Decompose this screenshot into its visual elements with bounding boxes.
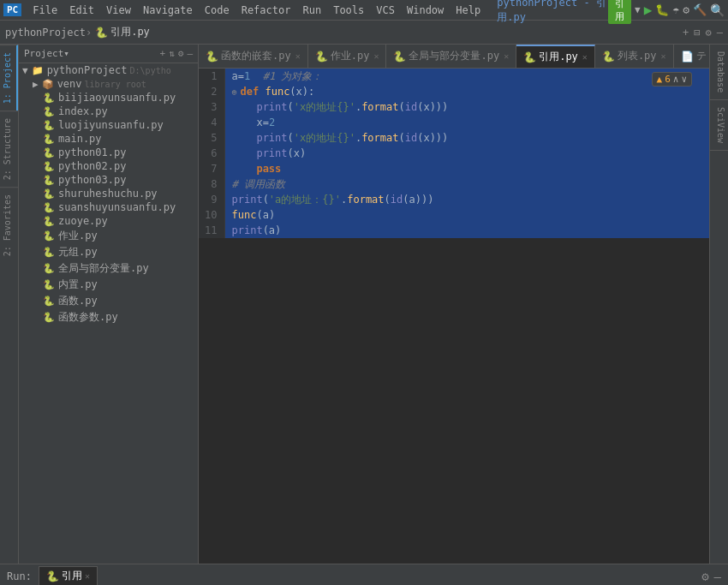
add-file-icon[interactable]: +: [683, 27, 689, 39]
warning-down-icon[interactable]: ∨: [681, 74, 687, 85]
line-num-1: 1: [199, 69, 224, 84]
tree-file-yuanzu[interactable]: 🐍 元组.py: [19, 244, 198, 260]
line-num-6: 6: [199, 146, 224, 161]
tab-close-quanju[interactable]: ✕: [504, 51, 509, 61]
tree-venv-type: library root: [85, 80, 146, 89]
line-num-2: 2: [199, 84, 224, 99]
menu-edit[interactable]: Edit: [63, 3, 100, 18]
tab-close-zuoye[interactable]: ✕: [373, 51, 379, 61]
collapse-icon[interactable]: ⊟: [694, 27, 700, 39]
minus-icon[interactable]: —: [717, 27, 723, 39]
tab-icon-hanshu: 🐍: [206, 51, 218, 63]
run-button[interactable]: 引用: [608, 0, 631, 24]
tree-file-py01-label: python01.py: [58, 146, 126, 158]
line-code-11[interactable]: print(a): [224, 223, 709, 238]
run-tab-yinyong[interactable]: 🐍 引用 ✕: [39, 566, 98, 585]
file-tree: Project▾ + ⇅ ⚙ — ▼ 📁 pythonProject D:\py…: [19, 45, 199, 564]
tree-file-main[interactable]: 🐍 main.py: [19, 132, 198, 146]
tree-file-py03[interactable]: 🐍 python03.py: [19, 173, 198, 187]
line-code-9[interactable]: print('a的地址：{}'.format(id(a))): [224, 192, 709, 207]
line-code-2[interactable]: ⊕def func(x):: [224, 84, 709, 99]
code-editor[interactable]: ▲ 6 ∧ ∨ 1 a=1 #1 为对象： 2 ⊕def func(x): 3: [199, 69, 709, 564]
filetree-title[interactable]: Project▾: [24, 48, 69, 59]
tree-file-luoji[interactable]: 🐍 luojiyunsuanfu.py: [19, 118, 198, 132]
bottom-panel: Run: 🐍 引用 ✕ ⚙ — ▶ ▲ ↓ ↺ ≡ ↕ 🖶 D:\pythonP…: [0, 564, 728, 585]
tree-file-hanshu[interactable]: 🐍 函数.py: [19, 293, 198, 309]
run-tab-close[interactable]: ✕: [85, 571, 90, 581]
menu-refactor[interactable]: Refactor: [236, 3, 297, 18]
menu-vcs[interactable]: VCS: [370, 3, 401, 18]
tab-close-yinyong[interactable]: ✕: [582, 52, 588, 62]
tree-file-hanshucs[interactable]: 🐍 函数参数.py: [19, 309, 198, 325]
filetree-gear-icon[interactable]: ⚙: [178, 48, 184, 59]
line-code-5[interactable]: print('x的地址{}'.format(id(x))): [224, 130, 709, 146]
tree-file-quanju-label: 全局与部分变量.py: [58, 261, 149, 276]
editor-tab-liebiao[interactable]: 🐍 列表.py ✕: [595, 45, 674, 69]
tree-file-py01[interactable]: 🐍 python01.py: [19, 146, 198, 159]
line-num-7: 7: [199, 161, 224, 176]
editor-area: 🐍 函数的嵌套.py ✕ 🐍 作业.py ✕ 🐍 全局与部分变量.py ✕ 🐍 …: [199, 45, 709, 564]
filetree-hide-icon[interactable]: —: [187, 48, 193, 59]
right-tab-sciview[interactable]: SciView: [710, 100, 728, 151]
line-code-1[interactable]: a=1 #1 为对象：: [224, 69, 709, 84]
file-icon: 🐍: [95, 27, 108, 39]
tree-file-biijiao[interactable]: 🐍 biijiaoyunsuanfu.py: [19, 91, 198, 104]
menu-run[interactable]: Run: [296, 3, 327, 18]
tree-venv[interactable]: ▶ 📦 venv library root: [19, 77, 198, 91]
menu-help[interactable]: Help: [450, 3, 486, 18]
tree-file-shuru[interactable]: 🐍 shuruheshuchu.py: [19, 187, 198, 200]
run-play-icon[interactable]: ▶: [644, 2, 653, 18]
build-icon[interactable]: 🔨: [693, 3, 707, 16]
menu-window[interactable]: Window: [401, 3, 450, 18]
menu-tools[interactable]: Tools: [327, 3, 370, 18]
tree-root-project[interactable]: ▼ 📁 pythonProject D:\pytho: [19, 63, 198, 77]
tree-file-zuoye-en[interactable]: 🐍 zuoye.py: [19, 214, 198, 228]
filetree-icons: + ⇅ ⚙ —: [160, 48, 194, 59]
run-panel-actions: ⚙ —: [701, 570, 721, 583]
sidebar-tab-favorites[interactable]: 2: Favorites: [0, 187, 18, 263]
tree-file-quanju[interactable]: 🐍 全局与部分变量.py: [19, 260, 198, 277]
run-dropdown[interactable]: ▼: [635, 4, 641, 15]
search-icon[interactable]: 🔍: [710, 3, 725, 17]
code-line-5: 5 print('x的地址{}'.format(id(x))): [199, 130, 709, 146]
sidebar-tab-project[interactable]: 1: Project: [0, 45, 18, 110]
right-tab-database[interactable]: Database: [710, 45, 728, 100]
tabbar-actions: + ⊟ ⚙ —: [683, 27, 723, 39]
warning-up-icon[interactable]: ∧: [673, 74, 679, 85]
editor-tab-yinyong[interactable]: 🐍 引用.py ✕: [516, 45, 595, 69]
tree-file-neizhi[interactable]: 🐍 内置.py: [19, 277, 198, 293]
tree-file-py02[interactable]: 🐍 python02.py: [19, 159, 198, 173]
coverage-icon[interactable]: ☂: [672, 3, 679, 16]
tree-file-suanshu-label: suanshuyunsuanfu.py: [58, 201, 176, 213]
settings-gear-icon[interactable]: ⚙: [706, 27, 712, 39]
menu-navigate[interactable]: Navigate: [137, 3, 199, 18]
settings-icon[interactable]: ⚙: [683, 3, 689, 16]
tree-file-zuoye-en-label: zuoye.py: [58, 215, 108, 227]
line-code-6[interactable]: print(x): [224, 146, 709, 161]
editor-tab-zuoye[interactable]: 🐍 作业.py ✕: [308, 45, 387, 69]
editor-tab-quanju[interactable]: 🐍 全局与部分变量.py ✕: [386, 45, 516, 69]
editor-tab-hanshu[interactable]: 🐍 函数的嵌套.py ✕: [199, 45, 308, 69]
sidebar-tab-structure[interactable]: 2: Structure: [0, 110, 18, 187]
run-panel-hide-icon[interactable]: —: [714, 570, 721, 583]
tree-file-zuoye[interactable]: 🐍 作业.py: [19, 228, 198, 244]
menu-file[interactable]: File: [27, 3, 63, 18]
warning-badge[interactable]: ▲ 6 ∧ ∨: [652, 72, 693, 87]
tab-close-hanshu[interactable]: ✕: [295, 51, 301, 61]
line-code-10[interactable]: func(a): [224, 207, 709, 223]
filetree-collapse-icon[interactable]: ⇅: [169, 48, 175, 59]
run-settings-icon[interactable]: ⚙: [701, 570, 708, 583]
menu-view[interactable]: View: [100, 3, 137, 18]
tab-close-liebiao[interactable]: ✕: [661, 51, 666, 61]
line-code-3[interactable]: print('x的地址{}'.format(id(x))): [224, 99, 709, 115]
line-num-9: 9: [199, 192, 224, 207]
line-code-7[interactable]: pass: [224, 161, 709, 176]
tree-file-index[interactable]: 🐍 index.py: [19, 104, 198, 118]
filetree-add-icon[interactable]: +: [160, 48, 166, 59]
line-code-8[interactable]: # 调用函数: [224, 176, 709, 192]
editor-tab-te[interactable]: 📄 テ: [674, 45, 709, 69]
menu-code[interactable]: Code: [199, 3, 236, 18]
debug-icon[interactable]: 🐛: [655, 3, 669, 16]
line-code-4[interactable]: x=2: [224, 115, 709, 130]
tree-file-suanshu[interactable]: 🐍 suanshuyunsuanfu.py: [19, 200, 198, 214]
